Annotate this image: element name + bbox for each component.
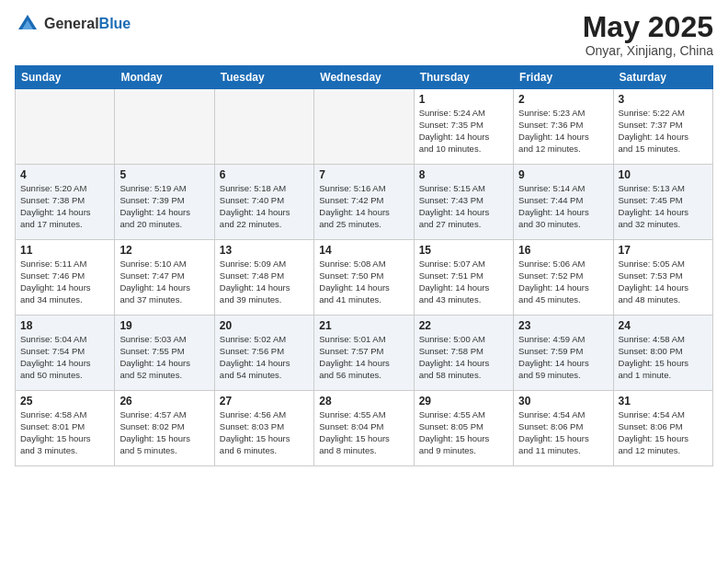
day-info: Sunrise: 4:59 AM Sunset: 7:59 PM Dayligh… <box>518 334 608 381</box>
calendar-cell: 6Sunrise: 5:18 AM Sunset: 7:40 PM Daylig… <box>214 165 313 240</box>
calendar-cell <box>214 89 313 165</box>
calendar-header-row: Sunday Monday Tuesday Wednesday Thursday… <box>16 66 713 89</box>
day-number: 13 <box>220 244 309 257</box>
day-info: Sunrise: 4:56 AM Sunset: 8:03 PM Dayligh… <box>220 409 309 456</box>
day-info: Sunrise: 5:09 AM Sunset: 7:48 PM Dayligh… <box>220 259 309 305</box>
day-info: Sunrise: 5:07 AM Sunset: 7:51 PM Dayligh… <box>419 259 508 305</box>
location: Onyar, Xinjiang, China <box>583 43 713 58</box>
calendar-cell: 3Sunrise: 5:22 AM Sunset: 7:37 PM Daylig… <box>613 89 712 165</box>
day-info: Sunrise: 5:22 AM Sunset: 7:37 PM Dayligh… <box>619 108 708 155</box>
day-number: 1 <box>419 93 508 106</box>
calendar-week-4: 18Sunrise: 5:04 AM Sunset: 7:54 PM Dayli… <box>16 316 713 391</box>
day-info: Sunrise: 5:03 AM Sunset: 7:55 PM Dayligh… <box>119 334 209 381</box>
calendar-cell: 28Sunrise: 4:55 AM Sunset: 8:04 PM Dayli… <box>314 391 414 466</box>
calendar-cell <box>314 89 414 165</box>
calendar-cell: 24Sunrise: 4:58 AM Sunset: 8:00 PM Dayli… <box>613 316 712 391</box>
day-info: Sunrise: 5:10 AM Sunset: 7:47 PM Dayligh… <box>119 259 209 305</box>
day-info: Sunrise: 5:13 AM Sunset: 7:45 PM Dayligh… <box>619 183 708 230</box>
calendar-cell: 18Sunrise: 5:04 AM Sunset: 7:54 PM Dayli… <box>16 316 115 391</box>
day-info: Sunrise: 5:20 AM Sunset: 7:38 PM Dayligh… <box>20 183 109 230</box>
calendar-cell: 15Sunrise: 5:07 AM Sunset: 7:51 PM Dayli… <box>414 240 513 316</box>
col-sunday: Sunday <box>16 66 115 89</box>
col-friday: Friday <box>514 66 613 89</box>
day-number: 26 <box>119 395 209 408</box>
day-number: 7 <box>319 168 408 181</box>
day-number: 6 <box>220 168 309 181</box>
day-info: Sunrise: 5:11 AM Sunset: 7:46 PM Dayligh… <box>20 259 109 305</box>
day-info: Sunrise: 4:57 AM Sunset: 8:02 PM Dayligh… <box>119 409 209 456</box>
day-number: 24 <box>619 319 708 332</box>
month-title: May 2025 <box>583 11 713 43</box>
day-number: 9 <box>518 168 608 181</box>
day-info: Sunrise: 5:04 AM Sunset: 7:54 PM Dayligh… <box>20 334 109 381</box>
calendar-cell: 12Sunrise: 5:10 AM Sunset: 7:47 PM Dayli… <box>115 240 214 316</box>
calendar-week-1: 1Sunrise: 5:24 AM Sunset: 7:35 PM Daylig… <box>16 89 713 165</box>
col-thursday: Thursday <box>414 66 513 89</box>
calendar-cell <box>115 89 214 165</box>
day-info: Sunrise: 5:05 AM Sunset: 7:53 PM Dayligh… <box>619 259 708 305</box>
day-number: 19 <box>119 319 209 332</box>
calendar-page: GeneralBlue May 2025 Onyar, Xinjiang, Ch… <box>0 0 728 563</box>
calendar-cell: 13Sunrise: 5:09 AM Sunset: 7:48 PM Dayli… <box>214 240 313 316</box>
calendar-cell: 29Sunrise: 4:55 AM Sunset: 8:05 PM Dayli… <box>414 391 513 466</box>
calendar-cell: 1Sunrise: 5:24 AM Sunset: 7:35 PM Daylig… <box>414 89 513 165</box>
day-info: Sunrise: 4:54 AM Sunset: 8:06 PM Dayligh… <box>518 409 608 456</box>
calendar-cell: 27Sunrise: 4:56 AM Sunset: 8:03 PM Dayli… <box>214 391 313 466</box>
calendar-cell: 10Sunrise: 5:13 AM Sunset: 7:45 PM Dayli… <box>613 165 712 240</box>
calendar-cell <box>16 89 115 165</box>
day-number: 4 <box>20 168 109 181</box>
day-number: 29 <box>419 395 508 408</box>
calendar-cell: 25Sunrise: 4:58 AM Sunset: 8:01 PM Dayli… <box>16 391 115 466</box>
day-info: Sunrise: 5:00 AM Sunset: 7:58 PM Dayligh… <box>419 334 508 381</box>
day-number: 17 <box>619 244 708 257</box>
col-tuesday: Tuesday <box>214 66 313 89</box>
day-number: 22 <box>419 319 508 332</box>
day-info: Sunrise: 5:24 AM Sunset: 7:35 PM Dayligh… <box>419 108 508 155</box>
day-info: Sunrise: 5:23 AM Sunset: 7:36 PM Dayligh… <box>518 108 608 155</box>
day-info: Sunrise: 5:14 AM Sunset: 7:44 PM Dayligh… <box>518 183 608 230</box>
logo: GeneralBlue <box>15 11 131 37</box>
day-info: Sunrise: 5:01 AM Sunset: 7:57 PM Dayligh… <box>319 334 408 381</box>
calendar-cell: 19Sunrise: 5:03 AM Sunset: 7:55 PM Dayli… <box>115 316 214 391</box>
day-info: Sunrise: 5:02 AM Sunset: 7:56 PM Dayligh… <box>220 334 309 381</box>
day-number: 21 <box>319 319 408 332</box>
day-info: Sunrise: 4:58 AM Sunset: 8:00 PM Dayligh… <box>619 334 708 381</box>
logo-blue: Blue <box>99 16 131 31</box>
day-number: 11 <box>20 244 109 257</box>
day-number: 5 <box>119 168 209 181</box>
day-info: Sunrise: 4:55 AM Sunset: 8:04 PM Dayligh… <box>319 409 408 456</box>
day-number: 2 <box>518 93 608 106</box>
day-number: 25 <box>20 395 109 408</box>
header: GeneralBlue May 2025 Onyar, Xinjiang, Ch… <box>15 11 713 58</box>
calendar-week-2: 4Sunrise: 5:20 AM Sunset: 7:38 PM Daylig… <box>16 165 713 240</box>
day-number: 15 <box>419 244 508 257</box>
calendar-table: Sunday Monday Tuesday Wednesday Thursday… <box>15 65 713 466</box>
day-number: 28 <box>319 395 408 408</box>
day-info: Sunrise: 4:58 AM Sunset: 8:01 PM Dayligh… <box>20 409 109 456</box>
calendar-week-5: 25Sunrise: 4:58 AM Sunset: 8:01 PM Dayli… <box>16 391 713 466</box>
calendar-cell: 20Sunrise: 5:02 AM Sunset: 7:56 PM Dayli… <box>214 316 313 391</box>
calendar-cell: 11Sunrise: 5:11 AM Sunset: 7:46 PM Dayli… <box>16 240 115 316</box>
day-number: 10 <box>619 168 708 181</box>
day-info: Sunrise: 5:06 AM Sunset: 7:52 PM Dayligh… <box>518 259 608 305</box>
calendar-cell: 16Sunrise: 5:06 AM Sunset: 7:52 PM Dayli… <box>514 240 613 316</box>
day-info: Sunrise: 4:54 AM Sunset: 8:06 PM Dayligh… <box>619 409 708 456</box>
col-wednesday: Wednesday <box>314 66 414 89</box>
day-number: 16 <box>518 244 608 257</box>
calendar-cell: 5Sunrise: 5:19 AM Sunset: 7:39 PM Daylig… <box>115 165 214 240</box>
logo-text: GeneralBlue <box>44 16 131 32</box>
day-info: Sunrise: 5:16 AM Sunset: 7:42 PM Dayligh… <box>319 183 408 230</box>
day-number: 27 <box>220 395 309 408</box>
day-number: 23 <box>518 319 608 332</box>
calendar-cell: 30Sunrise: 4:54 AM Sunset: 8:06 PM Dayli… <box>514 391 613 466</box>
calendar-cell: 4Sunrise: 5:20 AM Sunset: 7:38 PM Daylig… <box>16 165 115 240</box>
day-number: 3 <box>619 93 708 106</box>
day-number: 30 <box>518 395 608 408</box>
day-info: Sunrise: 4:55 AM Sunset: 8:05 PM Dayligh… <box>419 409 508 456</box>
day-info: Sunrise: 5:19 AM Sunset: 7:39 PM Dayligh… <box>119 183 209 230</box>
day-info: Sunrise: 5:08 AM Sunset: 7:50 PM Dayligh… <box>319 259 408 305</box>
calendar-cell: 7Sunrise: 5:16 AM Sunset: 7:42 PM Daylig… <box>314 165 414 240</box>
calendar-cell: 26Sunrise: 4:57 AM Sunset: 8:02 PM Dayli… <box>115 391 214 466</box>
calendar-week-3: 11Sunrise: 5:11 AM Sunset: 7:46 PM Dayli… <box>16 240 713 316</box>
day-number: 18 <box>20 319 109 332</box>
